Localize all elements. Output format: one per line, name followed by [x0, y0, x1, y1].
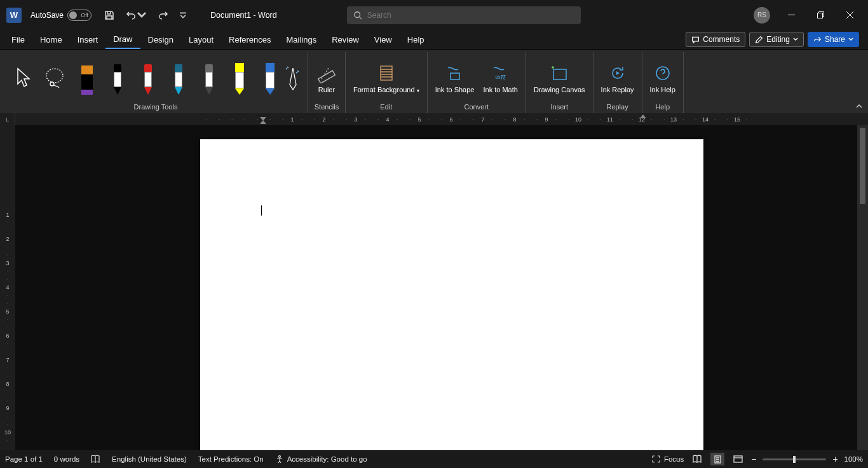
svg-rect-5 [381, 66, 392, 80]
tab-view[interactable]: View [367, 31, 400, 48]
ruler-button[interactable]: Ruler [313, 61, 340, 95]
title-bar: W AutoSave Off Document1 - Word RS [0, 0, 868, 30]
comments-button[interactable]: Comments [686, 32, 745, 47]
action-pen-tool[interactable] [283, 62, 302, 95]
group-label: Edit [380, 102, 392, 113]
autosave-toggle[interactable]: AutoSave Off [31, 10, 92, 21]
svg-text:∞π: ∞π [495, 72, 506, 81]
pen-preset-0[interactable] [78, 62, 97, 95]
tab-help[interactable]: Help [400, 31, 432, 48]
pen-preset-3[interactable] [169, 62, 188, 95]
language-status[interactable]: English (United States) [112, 455, 187, 463]
ink-replay-label: Ink Replay [601, 86, 634, 94]
group-convert: Ink to Shape ∞π Ink to Math Convert [428, 52, 526, 113]
vertical-ruler[interactable]: ·1··2··3··4··5··6··7··8··9··10· [0, 125, 15, 450]
accessibility-status[interactable]: Accessibility: Good to go [275, 455, 367, 464]
document-area[interactable] [15, 125, 857, 450]
pen-preset-1[interactable] [108, 62, 127, 95]
tab-home[interactable]: Home [32, 31, 70, 48]
redo-button[interactable] [156, 8, 171, 23]
svg-rect-12 [734, 456, 742, 462]
pen-preset-4[interactable] [200, 62, 219, 95]
tab-draw[interactable]: Draw [105, 31, 140, 49]
web-layout-button[interactable] [731, 453, 745, 465]
tab-insert[interactable]: Insert [70, 31, 106, 48]
vertical-scrollbar[interactable] [857, 125, 868, 450]
svg-point-10 [278, 456, 280, 458]
page-count[interactable]: Page 1 of 1 [5, 455, 43, 463]
tab-design[interactable]: Design [140, 31, 181, 48]
save-button[interactable] [102, 8, 117, 23]
page-icon [377, 64, 396, 83]
share-button[interactable]: Share [808, 32, 859, 47]
user-avatar[interactable]: RS [754, 7, 770, 24]
accessibility-icon [275, 455, 284, 464]
format-background-button[interactable]: Format Background ▾ [351, 61, 422, 96]
ink-to-math-button[interactable]: ∞π Ink to Math [480, 61, 520, 95]
focus-mode-button[interactable]: Focus [651, 455, 684, 464]
maximize-button[interactable] [806, 5, 835, 25]
word-count[interactable]: 0 words [54, 455, 79, 463]
select-tool[interactable] [9, 62, 37, 95]
print-layout-icon [713, 455, 722, 464]
ink-replay-button[interactable]: Ink Replay [599, 61, 637, 95]
web-layout-icon [733, 455, 743, 464]
svg-point-0 [354, 11, 360, 17]
read-mode-icon [693, 455, 702, 464]
redo-icon [158, 10, 168, 20]
page[interactable] [200, 139, 703, 450]
ink-help-button[interactable]: Ink Help [648, 61, 678, 95]
undo-button[interactable] [123, 8, 149, 23]
zoom-in-button[interactable]: + [832, 454, 837, 464]
search-icon [353, 11, 362, 20]
comment-icon [691, 36, 700, 44]
group-label: Help [655, 102, 670, 113]
tab-layout[interactable]: Layout [181, 31, 221, 48]
svg-rect-8 [553, 69, 566, 79]
right-indent-marker-icon[interactable] [640, 113, 646, 120]
editing-label: Editing [766, 35, 790, 44]
search-box[interactable] [347, 6, 581, 24]
tab-mailings[interactable]: Mailings [279, 31, 325, 48]
lasso-tool[interactable] [41, 62, 69, 95]
autosave-label: AutoSave [31, 11, 64, 20]
horizontal-ruler[interactable]: ·······1··2··3··4··5··6··7··8··9··10··11… [15, 113, 868, 125]
group-stencils: Ruler Stencils [308, 52, 346, 113]
qat-customize-button[interactable] [177, 10, 189, 21]
group-label: Stencils [315, 102, 339, 113]
drawing-canvas-button[interactable]: Drawing Canvas [531, 61, 588, 95]
search-input[interactable] [367, 11, 574, 20]
group-insert: Drawing Canvas Insert [526, 52, 593, 113]
zoom-slider-knob[interactable] [793, 456, 796, 463]
tab-references[interactable]: References [221, 31, 278, 48]
tab-selector[interactable]: L [0, 113, 15, 125]
print-layout-button[interactable] [710, 453, 724, 465]
read-mode-button[interactable] [690, 453, 704, 465]
chevron-down-icon [180, 12, 186, 18]
pen-preset-2[interactable] [139, 62, 158, 95]
scrollbar-thumb[interactable] [860, 128, 865, 204]
spellcheck-button[interactable] [91, 455, 100, 464]
ribbon-tabs: FileHomeInsertDrawDesignLayoutReferences… [0, 30, 868, 50]
indent-marker-icon[interactable] [260, 113, 266, 125]
share-icon [813, 36, 822, 44]
zoom-slider[interactable] [763, 458, 826, 460]
text-predictions-status[interactable]: Text Predictions: On [198, 455, 264, 463]
pen-preset-6[interactable] [261, 62, 280, 95]
minimize-button[interactable] [776, 5, 806, 25]
format-background-label: Format Background ▾ [353, 86, 419, 95]
zoom-level[interactable]: 100% [844, 455, 863, 463]
editing-mode-button[interactable]: Editing [749, 32, 804, 47]
ink-to-shape-button[interactable]: Ink to Shape [433, 61, 477, 95]
chevron-down-icon [848, 37, 853, 42]
group-help: Ink Help Help [642, 52, 684, 113]
pen-preset-5[interactable] [230, 62, 249, 95]
close-button[interactable] [835, 5, 864, 25]
toggle-switch[interactable]: Off [67, 10, 92, 21]
ink-math-icon: ∞π [491, 64, 510, 82]
tab-review[interactable]: Review [324, 31, 367, 48]
tab-file[interactable]: File [4, 31, 32, 48]
collapse-ribbon-button[interactable] [855, 103, 863, 109]
zoom-out-button[interactable]: − [751, 454, 756, 464]
text-cursor [261, 205, 262, 216]
